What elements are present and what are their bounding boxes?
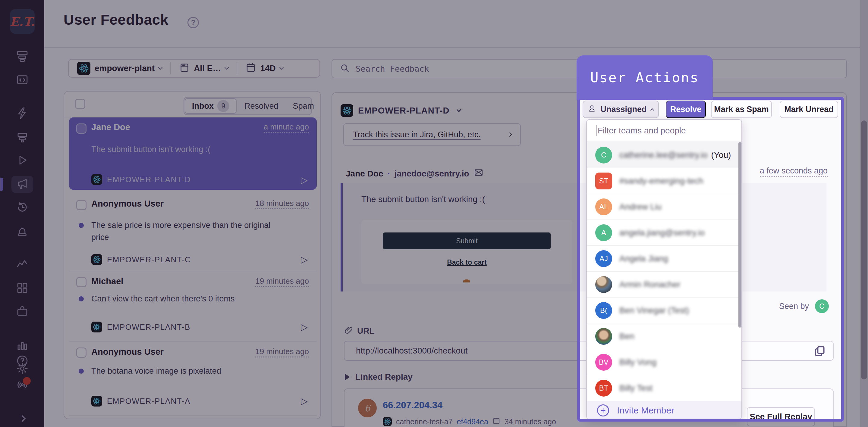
feedback-time[interactable]: 19 minutes ago bbox=[255, 276, 309, 287]
environment-filter-value: All E… bbox=[194, 64, 221, 73]
sidebar-item-projects[interactable] bbox=[11, 72, 33, 89]
feedback-list-header: Inbox 9 Resolved Spam bbox=[64, 92, 320, 118]
play-icon bbox=[16, 154, 29, 168]
item-checkbox[interactable] bbox=[76, 124, 87, 134]
member-name: angela.jiang@sentry.io bbox=[619, 228, 705, 238]
replay-play-icon[interactable]: ▷ bbox=[301, 175, 308, 185]
project-filter-value: empower-plant bbox=[95, 64, 155, 73]
item-checkbox[interactable] bbox=[76, 200, 87, 210]
tab-resolved[interactable]: Resolved bbox=[237, 101, 286, 111]
sidebar-item-integrations[interactable] bbox=[11, 303, 33, 320]
replay-play-icon[interactable]: ▷ bbox=[301, 322, 308, 332]
feedback-list-item[interactable]: Jane Doe a minute ago The submit button … bbox=[69, 118, 317, 190]
text-cursor bbox=[596, 125, 596, 136]
member-avatar: BT bbox=[595, 380, 612, 397]
sidebar-item-discover[interactable] bbox=[11, 129, 33, 146]
assignee-option[interactable]: AJ Angela Jiang bbox=[587, 246, 741, 272]
grid-icon bbox=[16, 282, 29, 295]
sidebar-item-feedback[interactable] bbox=[11, 176, 33, 193]
tab-inbox[interactable]: Inbox 9 bbox=[185, 98, 237, 114]
replay-play-icon[interactable]: ▷ bbox=[301, 254, 308, 265]
sidebar-collapse-button[interactable] bbox=[11, 410, 33, 427]
date-filter[interactable]: 14D bbox=[237, 60, 291, 77]
copy-url-button[interactable] bbox=[813, 344, 827, 358]
assignee-option[interactable]: Armin Ronacher bbox=[587, 272, 741, 297]
separator: · bbox=[388, 169, 390, 178]
mark-unread-button[interactable]: Mark Unread bbox=[780, 101, 838, 118]
assignee-option[interactable]: A angela.jiang@sentry.io bbox=[587, 220, 741, 246]
code-folder-icon bbox=[16, 73, 29, 87]
environment-filter[interactable]: All E… bbox=[171, 60, 237, 77]
sidebar-item-releases[interactable] bbox=[11, 152, 33, 169]
member-name: Ben Vinegar (Test) bbox=[619, 306, 689, 315]
screenshot-submit-button: Submit bbox=[383, 232, 551, 249]
replay-time: 34 minutes ago bbox=[504, 417, 556, 426]
project-filter[interactable]: empower-plant bbox=[69, 60, 170, 77]
assignee-filter-input[interactable]: Filter teams and people bbox=[587, 120, 741, 142]
track-issue-button[interactable]: Track this issue in Jira, GitHub, etc. bbox=[343, 123, 521, 146]
assignee-option[interactable]: Ben bbox=[587, 323, 741, 349]
megaphone-icon bbox=[16, 177, 29, 191]
invite-member-button[interactable]: + Invite Member bbox=[587, 401, 741, 419]
assignee-option[interactable]: AL Andrew Liu bbox=[587, 194, 741, 220]
calendar-icon bbox=[246, 62, 256, 75]
assignee-option[interactable]: B( Ben Vinegar (Test) bbox=[587, 297, 741, 323]
replay-play-icon[interactable]: ▷ bbox=[301, 396, 308, 406]
sidebar-item-stats[interactable] bbox=[11, 337, 33, 354]
project-tag: EMPOWER-PLANT-C bbox=[107, 255, 191, 264]
assignee-option[interactable]: C catherine.lee@sentry.io (You) bbox=[587, 142, 741, 168]
chevron-down-icon bbox=[279, 65, 284, 70]
project-tag: EMPOWER-PLANT-A bbox=[107, 397, 190, 406]
select-all-checkbox[interactable] bbox=[75, 99, 85, 109]
feedback-list-item[interactable]: Anonymous User 18 minutes ago The sale p… bbox=[69, 194, 317, 272]
assignee-option[interactable]: BV Billy Vong bbox=[587, 349, 741, 375]
feedback-preview: The submit button isn't working :( bbox=[91, 143, 290, 155]
assignee-dropdown-button[interactable]: Unassigned bbox=[583, 101, 659, 118]
feedback-time[interactable]: 18 minutes ago bbox=[255, 199, 309, 209]
member-photo-avatar bbox=[595, 276, 612, 293]
sidebar-item-help[interactable] bbox=[11, 353, 33, 370]
linked-replay-label[interactable]: Linked Replay bbox=[344, 372, 412, 382]
header-divider bbox=[44, 47, 868, 48]
sidebar-item-issues[interactable] bbox=[11, 48, 33, 65]
member-name: catherine.lee@sentry.io bbox=[619, 150, 708, 160]
bar-chart-icon bbox=[16, 339, 29, 353]
unread-dot bbox=[79, 223, 84, 228]
page-help-icon[interactable]: ? bbox=[187, 17, 199, 28]
invite-member-label: Invite Member bbox=[617, 405, 674, 416]
detail-project-selector[interactable]: EMPOWER-PLANT-D bbox=[341, 104, 461, 117]
sidebar-item-replays[interactable] bbox=[11, 199, 33, 216]
feedback-author: Jane Doe bbox=[91, 122, 130, 132]
mailbox-tabs: Inbox 9 Resolved Spam bbox=[184, 97, 312, 115]
feedback-list-item[interactable]: Michael 19 minutes ago Can't view the ca… bbox=[69, 272, 317, 341]
item-checkbox[interactable] bbox=[76, 348, 87, 358]
see-full-replay-button[interactable]: See Full Replay bbox=[747, 407, 815, 426]
envelope-icon[interactable] bbox=[473, 168, 484, 179]
feedback-time[interactable]: 19 minutes ago bbox=[255, 347, 309, 357]
mark-as-spam-button[interactable]: Mark as Spam bbox=[711, 101, 772, 118]
org-logo[interactable]: E.T. bbox=[10, 9, 35, 34]
sidebar-item-performance[interactable] bbox=[11, 257, 33, 273]
item-checkbox[interactable] bbox=[76, 277, 87, 287]
replay-meta-row: catherine-test-a7 ef4d94ea 34 minutes ag… bbox=[383, 417, 556, 426]
resolve-button[interactable]: Resolve bbox=[666, 101, 706, 118]
member-name: Billy Vong bbox=[619, 357, 656, 367]
replay-ip-link[interactable]: 66.207.204.34 bbox=[383, 400, 442, 411]
feedback-list-item[interactable]: Anonymous User 19 minutes ago The botana… bbox=[69, 342, 317, 419]
dropdown-scrollbar[interactable] bbox=[738, 142, 741, 328]
assignee-option[interactable]: ST #sandy-emerging-tech bbox=[587, 168, 741, 194]
sidebar-item-dashboards[interactable] bbox=[11, 280, 33, 297]
member-avatar: AJ bbox=[595, 250, 612, 267]
sidebar-item-whats-new[interactable] bbox=[11, 376, 33, 393]
tab-spam[interactable]: Spam bbox=[286, 101, 321, 111]
sidebar-item-crons[interactable] bbox=[11, 223, 33, 240]
replay-id-link[interactable]: ef4d94ea bbox=[457, 417, 488, 426]
sidebar-item-alerts[interactable] bbox=[11, 105, 33, 122]
page-scrollbar[interactable] bbox=[860, 0, 868, 427]
assignee-option[interactable]: BT Billy Test bbox=[587, 375, 741, 401]
team-avatar: ST bbox=[595, 172, 612, 189]
feedback-time[interactable]: a minute ago bbox=[264, 122, 309, 133]
scrollbar-thumb[interactable] bbox=[861, 121, 867, 380]
react-project-icon bbox=[91, 396, 102, 406]
screenshot-plant-fragment bbox=[463, 280, 470, 283]
